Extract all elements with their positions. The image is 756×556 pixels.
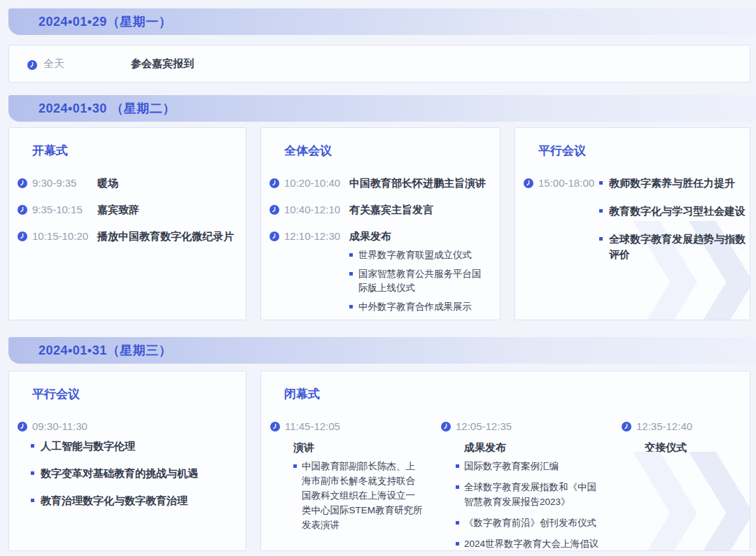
release-sub-list: 世界数字教育联盟成立仪式 国家智慧教育公共服务平台国际版上线仪式 中外数字教育合… <box>261 248 500 314</box>
list-item: 教育治理数字化与数字教育治理 <box>31 493 239 508</box>
list-item: 全球数字教育发展趋势与指数评价 <box>599 231 750 262</box>
list-item: 世界数字教育联盟成立仪式 <box>349 248 490 262</box>
agenda-item: 9:35-10:15 嘉宾致辞 <box>9 202 246 218</box>
square-bullet-icon <box>31 471 34 475</box>
allday-event-card: 全天 参会嘉宾报到 <box>8 45 750 83</box>
agenda-item: 10:20-10:40 中国教育部长怀进鹏主旨演讲 <box>261 176 500 191</box>
event-time: 全天 <box>43 57 108 71</box>
list-item: 2024世界数字教育大会上海倡议 <box>456 536 604 551</box>
event-time: 12:10-12:30 <box>284 229 349 244</box>
segment-label: 演讲 <box>293 441 432 455</box>
event-title: 有关嘉宾主旨发言 <box>349 202 433 218</box>
day2-cards-row: 开幕式 9:30-9:35 暖场 9:35-10:15 嘉宾致辞 10:15-1… <box>8 127 750 320</box>
clock-icon <box>524 178 533 188</box>
clock-icon <box>270 231 279 241</box>
date-header-day1: 2024•01•29（星期一） <box>8 8 756 35</box>
detail-text: 全球数字教育发展指数和《中国智慧教育发展报告2023》 <box>464 482 596 507</box>
square-bullet-icon <box>31 444 34 448</box>
sub-item-text: 中外数字教育合作成果展示 <box>358 301 472 312</box>
list-item: 《数字教育前沿》创刊发布仪式 <box>456 515 604 530</box>
topic-text: 教育治理数字化与数字教育治理 <box>41 494 188 506</box>
list-item: 数字变革对基础教育的挑战与机遇 <box>31 466 239 481</box>
sub-item-text: 国家智慧教育公共服务平台国际版上线仪式 <box>358 269 482 293</box>
event-time: 09:30-11:30 <box>32 419 97 434</box>
clock-icon <box>622 422 631 432</box>
square-bullet-icon <box>456 464 459 468</box>
clock-icon <box>270 205 279 215</box>
agenda-item: 12:10-12:30 成果发布 <box>261 229 500 244</box>
detail-text: 《数字教育前沿》创刊发布仪式 <box>464 518 596 528</box>
square-bullet-icon <box>599 209 603 213</box>
detail-text: 2024世界数字教育大会上海倡议 <box>464 539 598 549</box>
event-time: 10:40-12:10 <box>284 202 349 218</box>
card-title: 开幕式 <box>32 143 246 159</box>
topic-text: 教师数字素养与胜任力提升 <box>609 177 735 189</box>
card-title: 闭幕式 <box>284 386 750 402</box>
sub-item-text: 世界数字教育联盟成立仪式 <box>358 250 472 260</box>
event-title: 播放中国教育数字化微纪录片 <box>97 229 234 244</box>
square-bullet-icon <box>599 237 603 241</box>
segment-label: 成果发布 <box>464 441 612 455</box>
session-topic-list: 教师数字素养与胜任力提升 教育数字化与学习型社会建设 全球数字教育发展趋势与指数… <box>599 176 750 275</box>
event-time: 15:00-18:00 <box>538 176 599 191</box>
list-item: 国家智慧教育公共服务平台国际版上线仪式 <box>349 267 490 295</box>
clock-icon <box>270 178 279 188</box>
segment-detail-list: 国际数字教育案例汇编 全球数字教育发展指数和《中国智慧教育发展报告2023》 《… <box>441 459 612 551</box>
list-item: 国际数字教育案例汇编 <box>456 459 604 473</box>
list-item: 人工智能与数字伦理 <box>31 439 239 454</box>
topic-text: 全球数字教育发展趋势与指数评价 <box>609 233 746 260</box>
agenda-item: 09:30-11:30 <box>9 419 246 434</box>
date-header-label: 2024•01•29（星期一） <box>38 13 172 30</box>
agenda-item: 12:35-12:40 <box>622 419 750 434</box>
event-title: 成果发布 <box>349 229 391 244</box>
list-item: 中国教育部副部长陈杰、上海市副市长解冬就支持联合国教科文组织在上海设立一类中心国… <box>293 459 424 532</box>
square-bullet-icon <box>31 499 34 502</box>
opening-ceremony-card: 开幕式 9:30-9:35 暖场 9:35-10:15 嘉宾致辞 10:15-1… <box>8 127 246 320</box>
conference-agenda-page: 2024•01•29（星期一） 全天 参会嘉宾报到 2024•01•30 （星期… <box>0 8 756 556</box>
card-title: 平行会议 <box>32 386 246 402</box>
event-time: 9:35-10:15 <box>32 202 97 218</box>
closing-ceremony-card: 闭幕式 11:45-12:05 演讲 中国教育部副部长陈杰、上海市副市长解冬就支… <box>260 371 750 551</box>
square-bullet-icon <box>456 521 459 525</box>
card-title: 平行会议 <box>538 143 750 159</box>
event-time: 9:30-9:35 <box>32 176 97 191</box>
topic-text: 数字变革对基础教育的挑战与机遇 <box>41 467 198 479</box>
list-item: 教育数字化与学习型社会建设 <box>599 204 750 219</box>
date-header-day2: 2024•01•30 （星期二） <box>8 95 756 122</box>
event-title: 嘉宾致辞 <box>97 202 139 218</box>
agenda-item: 12:05-12:35 <box>441 419 612 434</box>
clock-icon <box>18 422 27 432</box>
event-time: 10:15-10:20 <box>32 229 97 244</box>
detail-text: 国际数字教育案例汇编 <box>464 461 559 471</box>
plenary-session-card: 全体会议 10:20-10:40 中国教育部长怀进鹏主旨演讲 10:40-12:… <box>260 127 500 320</box>
date-header-day3: 2024•01•31（星期三） <box>8 337 756 364</box>
clock-icon <box>27 60 37 70</box>
day3-cards-row: 平行会议 09:30-11:30 人工智能与数字伦理 数字变革对基础教育的挑战与… <box>8 371 750 551</box>
topic-text: 人工智能与数字伦理 <box>41 440 135 452</box>
parallel-sessions-card-day3: 平行会议 09:30-11:30 人工智能与数字伦理 数字变革对基础教育的挑战与… <box>8 371 246 551</box>
clock-icon <box>270 422 280 432</box>
session-topic-list: 人工智能与数字伦理 数字变革对基础教育的挑战与机遇 教育治理数字化与数字教育治理 <box>9 439 246 508</box>
square-bullet-icon <box>349 305 353 308</box>
list-item: 教师数字素养与胜任力提升 <box>599 176 750 191</box>
closing-columns: 11:45-12:05 演讲 中国教育部副部长陈杰、上海市副市长解冬就支持联合国… <box>261 419 750 551</box>
event-time: 12:05-12:35 <box>456 419 521 434</box>
clock-icon <box>18 205 27 215</box>
event-title: 暖场 <box>97 176 118 191</box>
closing-column-speech: 11:45-12:05 演讲 中国教育部副部长陈杰、上海市副市长解冬就支持联合国… <box>261 419 432 539</box>
list-item: 全球数字教育发展指数和《中国智慧教育发展报告2023》 <box>456 480 604 509</box>
event-time: 11:45-12:05 <box>285 419 350 434</box>
agenda-item: 10:15-10:20 播放中国教育数字化微纪录片 <box>9 229 246 244</box>
square-bullet-icon <box>456 542 459 546</box>
event-time: 10:20-10:40 <box>284 176 349 191</box>
agenda-item: 11:45-12:05 <box>270 419 432 434</box>
square-bullet-icon <box>349 272 353 276</box>
clock-icon <box>18 178 27 188</box>
square-bullet-icon <box>293 464 297 468</box>
segment-label: 交接仪式 <box>645 441 750 455</box>
square-bullet-icon <box>599 181 603 185</box>
detail-text: 中国教育部副部长陈杰、上海市副市长解冬就支持联合国教科文组织在上海设立一类中心国… <box>302 461 423 530</box>
closing-column-releases: 12:05-12:35 成果发布 国际数字教育案例汇编 全球数字教育发展指数和《… <box>432 419 612 551</box>
agenda-item: 9:30-9:35 暖场 <box>9 176 246 191</box>
date-header-label: 2024•01•30 （星期二） <box>38 100 176 117</box>
